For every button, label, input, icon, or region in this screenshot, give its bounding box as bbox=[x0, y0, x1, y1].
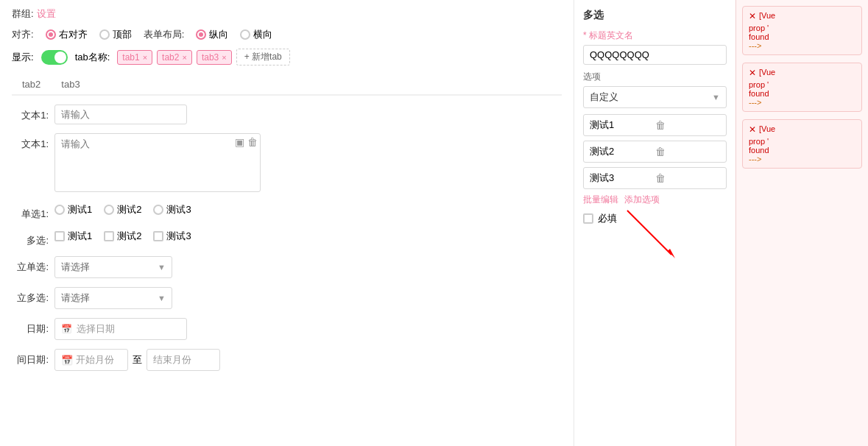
month-start[interactable]: 📅 开始月份 bbox=[54, 349, 128, 371]
error3-close[interactable]: ✕ bbox=[749, 124, 756, 135]
tab-names-label: tab名称: bbox=[75, 51, 110, 64]
error3-found: found bbox=[749, 146, 855, 155]
error-item-1: ✕ [Vue prop ' found ---> bbox=[742, 6, 862, 55]
delete-icon[interactable]: 🗑 bbox=[247, 136, 258, 148]
error2-arrow: ---> bbox=[749, 98, 855, 107]
group-label: 群组: bbox=[12, 7, 34, 21]
form-row-text1-textarea: 文本1: ▣ 🗑 bbox=[12, 133, 562, 194]
month-start-label: 开始月份 bbox=[76, 353, 114, 367]
red-arrow-svg bbox=[583, 203, 727, 291]
options-type-value: 自定义 bbox=[590, 91, 618, 104]
layout-label: 表单布局: bbox=[144, 28, 185, 41]
form-row-daterange: 间日期: 📅 开始月份 至 结束月份 bbox=[12, 349, 562, 371]
checkbox-option2[interactable]: 测试2 bbox=[104, 230, 141, 243]
checkbox-options: 测试1 测试2 测试3 bbox=[54, 230, 191, 243]
left-panel: 群组: 设置 对齐: 右对齐 顶部 表单布局: 纵向 横向 bbox=[0, 0, 574, 446]
checkbox-opt3-label: 测试3 bbox=[166, 230, 191, 243]
date-picker[interactable]: 📅 选择日期 bbox=[54, 318, 187, 340]
layout-horizontal-option[interactable]: 横向 bbox=[240, 28, 272, 41]
tab-nav-tab2[interactable]: tab2 bbox=[12, 74, 51, 94]
month-end-label: 结束月份 bbox=[153, 353, 191, 367]
title-en-label: * 标题英文名 bbox=[583, 29, 727, 42]
error-item-2: ✕ [Vue prop ' found ---> bbox=[742, 63, 862, 112]
tab-tag-2: tab2 × bbox=[157, 50, 192, 65]
align-top-option[interactable]: 顶部 bbox=[99, 28, 132, 41]
multi-select-dropdown[interactable]: 请选择 ▼ bbox=[54, 287, 172, 309]
error1-prop: prop ' bbox=[749, 24, 855, 32]
add-tab-button[interactable]: + 新增tab bbox=[236, 49, 290, 66]
radio1-opt3-radio[interactable] bbox=[153, 205, 163, 215]
layout-vertical-label: 纵向 bbox=[209, 28, 228, 41]
delete-option2-icon[interactable]: 🗑 bbox=[655, 146, 721, 157]
layout-vertical-option[interactable]: 纵向 bbox=[196, 28, 228, 41]
textarea-icons: ▣ 🗑 bbox=[235, 136, 258, 148]
radio1-opt2-radio[interactable] bbox=[104, 205, 114, 215]
month-range: 📅 开始月份 至 结束月份 bbox=[54, 349, 220, 371]
align-right-radio[interactable] bbox=[46, 29, 56, 40]
radio1-options: 测试1 测试2 测试3 bbox=[54, 203, 191, 216]
align-right-option[interactable]: 右对齐 bbox=[46, 28, 88, 41]
layout-horizontal-label: 横向 bbox=[253, 28, 272, 41]
title-en-input[interactable] bbox=[583, 45, 727, 65]
calendar-icon: 📅 bbox=[61, 324, 72, 334]
copy-icon[interactable]: ▣ bbox=[235, 136, 244, 148]
radio1-option2[interactable]: 测试2 bbox=[104, 203, 141, 216]
tab-names-row: tab1 × tab2 × tab3 × + 新增tab bbox=[117, 49, 289, 66]
tab1-close[interactable]: × bbox=[143, 53, 147, 62]
checkbox-option3[interactable]: 测试3 bbox=[153, 230, 191, 243]
options-type-select[interactable]: 自定义 ▼ bbox=[583, 86, 727, 108]
align-top-label: 顶部 bbox=[113, 28, 132, 41]
toggle-row: 显示: tab名称: tab1 × tab2 × tab3 × + 新增tab bbox=[12, 49, 562, 66]
layout-horizontal-radio[interactable] bbox=[240, 29, 250, 40]
checkbox-option1[interactable]: 测试1 bbox=[54, 230, 92, 243]
checkbox-opt2[interactable] bbox=[104, 231, 114, 241]
option-item-1: 测试1 🗑 bbox=[583, 114, 727, 136]
toggle-switch[interactable] bbox=[41, 50, 68, 65]
tab-tag-3: tab3 × bbox=[197, 50, 232, 65]
checkbox-label: 多选: bbox=[12, 230, 49, 247]
error2-close[interactable]: ✕ bbox=[749, 68, 756, 78]
error3-prop: prop ' bbox=[749, 137, 855, 146]
checkbox-opt2-label: 测试2 bbox=[117, 230, 141, 243]
radio1-label: 单选1: bbox=[12, 203, 49, 221]
options-select-arrow: ▼ bbox=[712, 93, 720, 102]
error1-title: ✕ [Vue bbox=[749, 11, 855, 21]
tab-navigation: tab2 tab3 bbox=[12, 74, 562, 96]
error2-prop: prop ' bbox=[749, 80, 855, 89]
radio1-option3[interactable]: 测试3 bbox=[153, 203, 191, 216]
arrow-annotation bbox=[583, 225, 727, 269]
single-select-label: 立单选: bbox=[12, 256, 49, 274]
option-item-2: 测试2 🗑 bbox=[583, 141, 727, 163]
tab2-close[interactable]: × bbox=[182, 53, 186, 62]
radio1-opt1-radio[interactable] bbox=[54, 205, 65, 215]
single-select-dropdown[interactable]: 请选择 ▼ bbox=[54, 256, 172, 278]
text1-input[interactable] bbox=[54, 105, 187, 124]
radio1-option1[interactable]: 测试1 bbox=[54, 203, 92, 216]
checkbox-opt3[interactable] bbox=[153, 231, 163, 241]
tab1-label: tab1 bbox=[122, 52, 139, 63]
calendar-start-icon: 📅 bbox=[61, 355, 73, 366]
checkbox-opt1[interactable] bbox=[54, 231, 65, 241]
single-select-value: 请选择 bbox=[61, 261, 90, 274]
align-label: 对齐: bbox=[12, 28, 34, 41]
tab3-close[interactable]: × bbox=[222, 53, 226, 62]
text1-input-label: 文本1: bbox=[12, 105, 49, 122]
layout-vertical-radio[interactable] bbox=[196, 29, 206, 40]
month-end[interactable]: 结束月份 bbox=[147, 349, 220, 371]
delete-option3-icon[interactable]: 🗑 bbox=[655, 172, 721, 184]
delete-option1-icon[interactable]: 🗑 bbox=[655, 119, 721, 131]
options-section-label: 选项 bbox=[583, 71, 727, 83]
radio1-opt2-label: 测试2 bbox=[117, 203, 141, 216]
svg-line-0 bbox=[627, 210, 671, 255]
form-row-checkbox: 多选: 测试1 测试2 测试3 bbox=[12, 230, 562, 247]
multi-select-arrow: ▼ bbox=[158, 294, 166, 302]
error1-close[interactable]: ✕ bbox=[749, 11, 756, 21]
error2-vue-text: [Vue bbox=[759, 68, 775, 77]
tab-tag-1: tab1 × bbox=[117, 50, 152, 65]
text1-textarea[interactable] bbox=[54, 133, 261, 192]
align-top-radio[interactable] bbox=[99, 29, 110, 40]
form-row-text1-input: 文本1: bbox=[12, 105, 562, 124]
group-settings-link[interactable]: 设置 bbox=[37, 7, 56, 21]
error-item-3: ✕ [Vue prop ' found ---> bbox=[742, 119, 862, 169]
tab-nav-tab3[interactable]: tab3 bbox=[51, 74, 90, 94]
